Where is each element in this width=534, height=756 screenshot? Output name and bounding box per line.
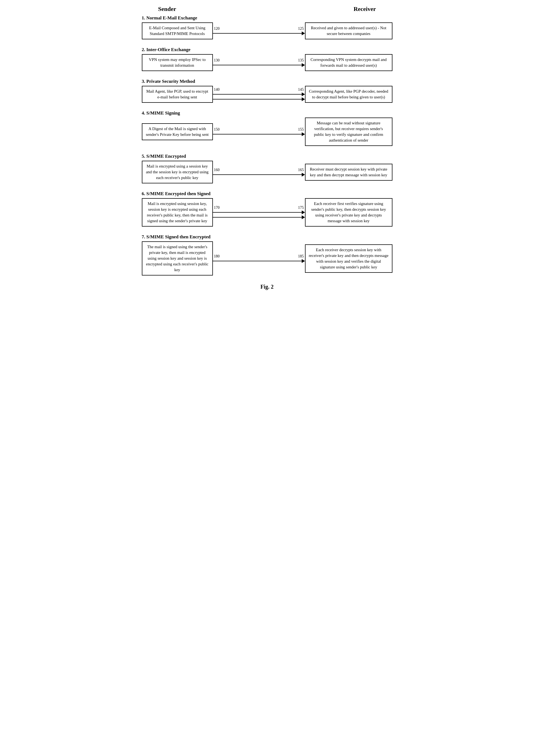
arrow-right-num-s4: 155 [298, 127, 304, 132]
arrow-right-num-s1: 125 [298, 27, 304, 31]
arrow-labels-s4: 150155 [213, 127, 305, 132]
section-title-s5: 5. S/MIME Encrypted [142, 154, 392, 159]
arrow-area-s2: 130135 [213, 58, 305, 67]
sender-box-s4: A Digest of the Mail is signed with send… [142, 123, 213, 140]
arrow-left-num-s1: 120 [214, 27, 220, 31]
arrow-left-num-s3: 140 [214, 88, 220, 92]
receiver-box-s7: Each receiver decrypts session key with … [305, 244, 392, 273]
section-title-s7: 7. S/MIME Signed then Encrypted [142, 234, 392, 240]
arrow-line-s4 [213, 132, 305, 136]
section-s2: 2. Inter-Office ExchangeVPN system may e… [142, 47, 392, 71]
receiver-box-s2: Corresponding VPN system decrypts mail a… [305, 54, 392, 71]
sender-box-s1: E-Mail Composed and Sent Using Standard … [142, 22, 213, 40]
sender-box-s2: VPN system may employ IPSec to transmit … [142, 54, 213, 71]
arrow-shaft-s3-0 [213, 94, 302, 94]
flow-row-s2: VPN system may employ IPSec to transmit … [142, 54, 392, 71]
arrow-area-s7: 180185 [213, 254, 305, 263]
arrow-area-s5: 160165 [213, 168, 305, 176]
section-title-s1: 1. Normal E-Mail Exchange [142, 15, 392, 21]
arrow-left-num-s2: 130 [214, 58, 220, 63]
flow-row-s3: Mail Agent, like PGP, used to encrypt e-… [142, 86, 392, 103]
flow-row-s1: E-Mail Composed and Sent Using Standard … [142, 22, 392, 40]
arrow-area-s6: 170175 [213, 205, 305, 219]
arrow-left-num-s7: 180 [214, 254, 220, 258]
arrow-left-num-s5: 160 [214, 168, 220, 172]
arrow-shaft-s2 [213, 65, 302, 65]
section-title-s6: 6. S/MIME Encrypted then Signed [142, 191, 392, 197]
arrow-right-num-s7: 185 [298, 254, 304, 258]
arrow-line-s5 [213, 173, 305, 176]
section-s1: 1. Normal E-Mail ExchangeE-Mail Composed… [142, 15, 392, 40]
arrow-area-s4: 150155 [213, 127, 305, 136]
section-s6: 6. S/MIME Encrypted then SignedMail is e… [142, 191, 392, 227]
arrow-labels-s3: 140145 [213, 88, 305, 92]
arrow-labels-s1: 120125 [213, 27, 305, 31]
arrow-line-s1 [213, 31, 305, 35]
fig-label: Fig. 2 [142, 284, 392, 290]
arrow-shaft-s4 [213, 134, 302, 134]
arrow-labels-s5: 160165 [213, 168, 305, 172]
arrow-head-s2 [302, 63, 305, 67]
arrow-head-s6-0 [302, 210, 305, 214]
flow-row-s7: The mail is signed using the sender's pr… [142, 241, 392, 276]
arrow-line-s6-0 [213, 210, 305, 214]
section-s7: 7. S/MIME Signed then EncryptedThe mail … [142, 234, 392, 276]
flow-row-s4: A Digest of the Mail is signed with send… [142, 118, 392, 146]
section-s4: 4. S/MIME SigningA Digest of the Mail is… [142, 110, 392, 146]
sender-header: Sender [158, 6, 176, 13]
sender-box-s6: Mail is encrypted using session key, ses… [142, 198, 213, 227]
arrow-shaft-s6-0 [213, 212, 302, 213]
arrow-shaft-s7 [213, 261, 302, 261]
arrow-right-num-s6: 175 [298, 205, 304, 210]
arrow-line-s3-0 [213, 93, 305, 96]
arrow-head-s7 [302, 259, 305, 263]
double-arrow-s3 [213, 93, 305, 101]
receiver-box-s6: Each receiver first verifies signature u… [305, 198, 392, 227]
sender-box-s3: Mail Agent, like PGP, used to encrypt e-… [142, 86, 213, 103]
section-s3: 3. Private Security MethodMail Agent, li… [142, 79, 392, 103]
arrow-shaft-s3-1 [213, 99, 302, 99]
arrow-labels-s6: 170175 [213, 205, 305, 210]
arrow-head-s3-0 [302, 93, 305, 96]
arrow-area-s1: 120125 [213, 27, 305, 35]
arrow-line-s2 [213, 63, 305, 67]
arrow-shaft-s5 [213, 175, 302, 175]
receiver-box-s5: Receiver must decrypt session key with p… [305, 164, 392, 181]
header-row: Sender Receiver [142, 6, 392, 13]
arrow-left-num-s6: 170 [214, 205, 220, 210]
arrow-labels-s2: 130135 [213, 58, 305, 63]
double-arrow-s6 [213, 210, 305, 219]
section-s5: 5. S/MIME EncryptedMail is encrypted usi… [142, 154, 392, 183]
arrow-head-s6-1 [302, 215, 305, 219]
arrow-head-s3-1 [302, 97, 305, 101]
arrow-head-s5 [302, 173, 305, 176]
arrow-line-s3-1 [213, 97, 305, 101]
section-title-s2: 2. Inter-Office Exchange [142, 47, 392, 52]
arrow-area-s3: 140145 [213, 88, 305, 101]
arrow-shaft-s6-1 [213, 217, 302, 218]
sections-container: 1. Normal E-Mail ExchangeE-Mail Composed… [142, 15, 392, 276]
arrow-line-s6-1 [213, 215, 305, 219]
arrow-shaft-s1 [213, 33, 302, 34]
receiver-header: Receiver [354, 6, 376, 13]
arrow-head-s1 [302, 31, 305, 35]
receiver-box-s4: Message can be read without signature ve… [305, 118, 392, 146]
sender-box-s7: The mail is signed using the sender's pr… [142, 241, 213, 276]
receiver-box-s1: Received and given to addressed user(s) … [305, 22, 392, 40]
arrow-left-num-s4: 150 [214, 127, 220, 132]
arrow-right-num-s2: 135 [298, 58, 304, 63]
receiver-box-s3: Corresponding Agent, like PGP decoder, n… [305, 86, 392, 103]
arrow-right-num-s3: 145 [298, 88, 304, 92]
flow-row-s5: Mail is encrypted using a session key an… [142, 161, 392, 183]
sender-box-s5: Mail is encrypted using a session key an… [142, 161, 213, 183]
section-title-s4: 4. S/MIME Signing [142, 110, 392, 116]
section-title-s3: 3. Private Security Method [142, 79, 392, 84]
arrow-line-s7 [213, 259, 305, 263]
arrow-right-num-s5: 165 [298, 168, 304, 172]
arrow-labels-s7: 180185 [213, 254, 305, 258]
flow-row-s6: Mail is encrypted using session key, ses… [142, 198, 392, 227]
arrow-head-s4 [302, 132, 305, 136]
